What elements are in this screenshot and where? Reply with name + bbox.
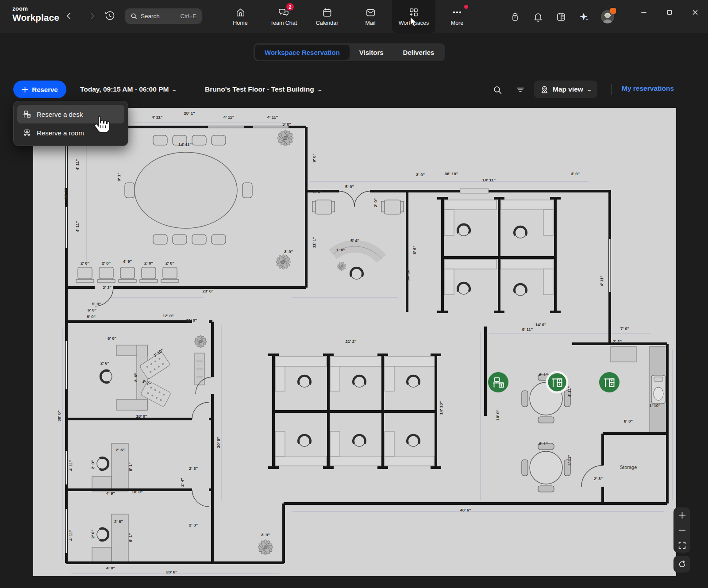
dimension-label: 3' 0" [261, 532, 270, 537]
dimension-label: 14' 10" [439, 401, 443, 415]
reserve-button[interactable]: Reserve [13, 81, 66, 98]
nav-team-chat[interactable]: 2 Team Chat [262, 0, 305, 33]
dimension-label: 4' 11" [567, 386, 572, 397]
dimension-label: 4' 0" [106, 565, 115, 570]
planner-button[interactable] [555, 11, 567, 23]
dimension-label: 4' 11" [152, 115, 163, 119]
map-refresh-button[interactable] [673, 556, 690, 573]
dimension-label: 8' 0" [87, 314, 96, 319]
dimension-label: 2' 0" [373, 198, 378, 207]
dimension-label: 18' 0" [136, 414, 147, 419]
dimension-label: 18' 0" [131, 489, 142, 494]
logo-zoom: zoom [12, 6, 59, 12]
ai-companion-button[interactable] [578, 11, 590, 23]
zoom-workplace-app: { "brand": { "top": "zoom", "bottom": "W… [0, 0, 708, 588]
map-search-button[interactable] [492, 84, 503, 96]
filter-icon [516, 85, 525, 95]
dimension-label: 4' 11" [75, 159, 80, 170]
filter-button[interactable] [515, 84, 526, 96]
minimize-button[interactable] [631, 0, 657, 24]
floor-plan-map[interactable]: 4' 11"28' 1"4' 11"4' 11"3' 0"14' 11"9' 1… [33, 108, 676, 576]
menu-item-reserve-desk[interactable]: Reserve a desk [17, 105, 124, 123]
search-shortcut: Ctrl+E [181, 13, 196, 19]
avatar[interactable] [601, 10, 614, 23]
dimension-label: 2' 0" [81, 261, 89, 265]
map-pin-icon [540, 85, 549, 94]
dimension-label: 3' 0" [282, 122, 291, 127]
sparkle-icon [579, 12, 589, 22]
minus-icon [678, 527, 686, 534]
dimension-label: 2' 3" [594, 476, 603, 481]
view-mode-selector[interactable]: Map view ⌄ [534, 81, 597, 98]
dimension-label: 23' 6" [202, 288, 213, 293]
menu-item-label: Reserve a desk [37, 111, 83, 118]
close-button[interactable] [682, 0, 708, 24]
maximize-button[interactable] [657, 0, 682, 24]
dimension-label: 9' 0" [312, 154, 316, 162]
dimension-label: 8' 0" [624, 419, 633, 423]
more-notification-dot [464, 5, 468, 9]
search-icon [493, 85, 502, 95]
planner-icon [556, 12, 566, 22]
room-label: Storage [620, 465, 637, 470]
dimension-label: 6' 1" [539, 441, 548, 446]
nav-home[interactable]: Home [219, 0, 262, 33]
dimension-label: 14' 10" [405, 268, 410, 281]
notifications-button[interactable] [532, 11, 544, 23]
dimension-label: 10' 0" [495, 409, 500, 420]
desk-reservation-marker[interactable] [488, 372, 508, 392]
dimension-label: 1' 0" [336, 247, 345, 252]
dimension-label: 9' 11" [522, 327, 533, 332]
dimension-label: 9' 1" [116, 173, 121, 181]
nav-mail-label: Mail [366, 20, 376, 26]
dimension-label: 4' 9" [123, 259, 132, 264]
dimension-label: 5' 4" [350, 238, 359, 243]
dimension-label: 4' 11" [68, 530, 73, 541]
dimension-label: 7' 0" [620, 326, 629, 331]
calendar-icon [322, 8, 332, 18]
dimension-label: 6' 0" [88, 307, 96, 312]
nav-mail[interactable]: Mail [349, 0, 392, 33]
desk-reservation-marker[interactable] [547, 372, 567, 392]
zoom-out-button[interactable] [673, 523, 690, 538]
dimension-label: 2' 0" [90, 460, 95, 469]
global-search-input[interactable]: Search Ctrl+E [125, 8, 202, 24]
forward-button[interactable] [86, 10, 98, 22]
tab-workspace-reservation[interactable]: Workspace Reservation [255, 45, 350, 60]
menu-item-reserve-room[interactable]: Reserve a room [17, 123, 124, 142]
dimension-label: 1' 10" [649, 403, 660, 408]
dimension-label: 4' 11" [223, 115, 235, 119]
zoom-in-button[interactable] [673, 507, 690, 523]
desk-reservation-marker[interactable] [599, 372, 620, 392]
plus-icon [22, 86, 28, 93]
dimension-label: 6' 0" [108, 336, 116, 341]
history-button[interactable] [103, 9, 117, 23]
deskphone-icon [510, 12, 520, 22]
home-icon [235, 8, 246, 18]
mail-icon [366, 8, 376, 18]
back-button[interactable] [63, 10, 75, 22]
dimension-label: 8' 6" [133, 373, 138, 382]
dimension-label: 36' 10" [445, 171, 458, 176]
nav-calendar[interactable]: Calendar [305, 0, 349, 33]
tab-visitors[interactable]: Visitors [350, 45, 393, 60]
time-range-selector[interactable]: Today, 09:15 AM - 06:00 PM ⌄ [80, 81, 177, 98]
reserve-dropdown-menu: Reserve a desk Reserve a room [13, 101, 128, 146]
window-controls [631, 0, 708, 24]
nav-more-label: More [451, 20, 463, 26]
search-placeholder: Search [141, 13, 177, 19]
my-reservations-link[interactable]: My reservations [622, 85, 674, 92]
nav-workspaces[interactable]: Workspaces [392, 0, 435, 33]
nav-more[interactable]: More [435, 0, 479, 33]
location-selector[interactable]: Bruno's Test Floor - Test Building ⌄ [205, 81, 322, 98]
dimension-label: 2' 6" [116, 447, 125, 452]
reserve-room-icon [23, 128, 31, 137]
search-icon [131, 13, 137, 19]
nav-workspaces-label: Workspaces [399, 20, 429, 26]
bell-icon [533, 12, 543, 22]
tab-deliveries[interactable]: Deliveries [393, 45, 444, 60]
deskphone-button[interactable] [509, 11, 521, 23]
fullscreen-button[interactable] [673, 538, 690, 553]
nav-home-label: Home [233, 20, 247, 26]
app-logo: zoom Workplace [12, 6, 59, 22]
